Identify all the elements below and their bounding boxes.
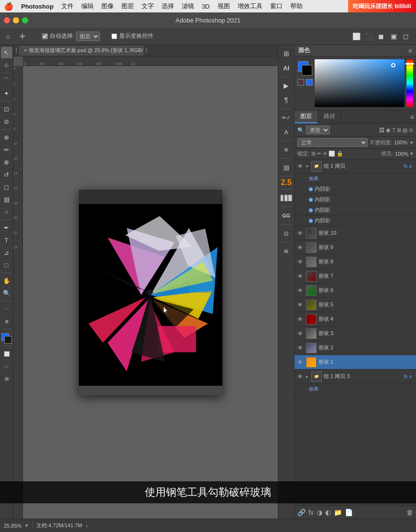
spectrum-slider[interactable] [405, 63, 414, 65]
tool-heal[interactable]: ⊕ [1, 131, 12, 143]
color-picker-gradient[interactable] [315, 59, 405, 107]
layer-shape6[interactable]: 👁 形状 6 [295, 283, 416, 298]
home-button[interactable]: ⌂ [3, 31, 13, 42]
menu-plugins[interactable]: 增效工具 [238, 2, 263, 11]
menu-view[interactable]: 视图 [218, 2, 230, 11]
layer-shape2[interactable]: 👁 形状 2 [295, 341, 416, 355]
tool-shape[interactable]: □ [1, 259, 12, 271]
close-button[interactable] [4, 17, 10, 23]
inner-shadow-3[interactable]: 内阴影 [295, 205, 416, 216]
transform-checkbox[interactable] [111, 33, 117, 39]
layer-eye-shape3[interactable]: 👁 [297, 330, 304, 337]
tool-arrow[interactable]: ↖ [1, 47, 12, 58]
zoom-dropdown[interactable]: ▾ [25, 522, 28, 529]
align-tool-5[interactable]: ◻ [401, 31, 411, 42]
auto-select-dropdown[interactable]: 图层 [76, 32, 100, 41]
tool-path-select[interactable]: ⊿ [1, 247, 12, 258]
layer-link-button[interactable]: 🔗 [297, 509, 306, 516]
layer-fx-group1[interactable]: fx ∧ [404, 163, 412, 169]
tool-lasso[interactable]: ⌒ [1, 75, 12, 87]
layer-shape9[interactable]: 👁 形状 9 [295, 240, 416, 255]
group3-expand-arrow[interactable]: ▸ [306, 374, 308, 379]
menu-layer[interactable]: 图层 [121, 2, 134, 11]
ft-paragraph-icon[interactable]: ¶ [280, 93, 293, 107]
background-color[interactable] [4, 336, 12, 344]
ft-settings-icon[interactable]: ≋ [280, 244, 293, 258]
ft-grid-icon[interactable]: ⊞ [280, 47, 293, 60]
tool-history[interactable]: ↺ [1, 169, 12, 180]
layer-eye-shape7[interactable]: 👁 [297, 273, 304, 280]
doc-info-arrow[interactable]: › [86, 523, 88, 529]
filter-icon-1[interactable]: 🖼 [379, 127, 384, 133]
filter-icon-2[interactable]: ◉ [386, 127, 391, 133]
color-panel-header[interactable]: 颜色 ≡ [295, 45, 416, 56]
layer-shape1[interactable]: 👁 形状 1 [295, 355, 416, 369]
color-preview[interactable] [1, 333, 12, 344]
tool-zoom[interactable]: 🔍 [1, 287, 12, 299]
tool-dots[interactable]: ⋯ [1, 303, 12, 315]
layer-shape5[interactable]: 👁 形状 5 [295, 298, 416, 312]
menu-file[interactable]: 文件 [61, 2, 74, 11]
align-tool-4[interactable]: ▣ [388, 31, 399, 42]
filter-icon-3[interactable]: T [392, 127, 395, 133]
lock-paint-icon[interactable]: ✏ [317, 151, 321, 157]
layer-eye-shape6[interactable]: 👁 [297, 287, 304, 294]
align-tool-2[interactable]: ⬛ [363, 31, 374, 42]
opacity-dropdown[interactable]: ▾ [410, 140, 413, 146]
inner-shadow-4[interactable]: 内阴影 [295, 216, 416, 226]
menu-photoshop[interactable]: Photoshop [21, 3, 54, 10]
layer-eye-shape2[interactable]: 👁 [297, 345, 304, 351]
ft-star-icon[interactable]: ✳ [280, 143, 293, 156]
blend-mode-select[interactable]: 正常 [297, 138, 368, 147]
color-boxes[interactable] [298, 61, 312, 76]
lock-pixel-icon[interactable]: ⊞ [311, 151, 316, 157]
menu-3d[interactable]: 3D [202, 3, 210, 10]
background-swatch[interactable] [302, 65, 312, 76]
layer-shape4[interactable]: 👁 形状 4 [295, 312, 416, 326]
color-spectrum[interactable] [406, 59, 413, 107]
layer-adjustment-button[interactable]: ◐ [325, 509, 331, 516]
align-tool-3[interactable]: ◼ [376, 31, 386, 42]
blue-swatch[interactable] [306, 79, 313, 86]
tool-mask[interactable]: ⬜ [1, 348, 12, 359]
transparent-swatch[interactable] [297, 79, 304, 86]
tool-gradient[interactable]: ▤ [1, 194, 12, 205]
group-expand-arrow[interactable]: ▾ [306, 164, 308, 169]
tool-select[interactable]: ⊹ [1, 59, 12, 71]
auto-select-checkbox[interactable] [42, 33, 48, 39]
align-tool-1[interactable]: ⬜ [351, 31, 361, 42]
ft-gg-button[interactable]: GG [280, 209, 293, 222]
maximize-button[interactable] [22, 17, 28, 23]
inner-shadow-1[interactable]: 内阴影 [295, 184, 416, 195]
ft-circle-icon[interactable]: ⊙ [280, 227, 293, 240]
ft-histogram-icon[interactable]: ▋▊▉ [280, 191, 293, 205]
ft-play-icon[interactable]: ▶ [280, 79, 293, 92]
lock-all-icon[interactable]: 🔒 [337, 151, 343, 157]
minimize-button[interactable] [13, 17, 19, 23]
tool-eyedropper[interactable]: ⊘ [1, 116, 12, 127]
layer-shape10[interactable]: 👁 形状 10 [295, 226, 416, 240]
menu-type[interactable]: 文字 [142, 2, 154, 11]
layer-shape8[interactable]: 👁 形状 8 [295, 255, 416, 269]
tool-extra[interactable]: ⊕ [1, 315, 12, 327]
layer-eye-shape9[interactable]: 👁 [297, 244, 304, 251]
menu-window[interactable]: 窗口 [270, 2, 283, 11]
document-tab[interactable]: ✕ 视觉海报玻璃艺术展.psd @ 25.9% (形状 1, RGB/8) * [19, 46, 143, 55]
tool-eraser[interactable]: ◻ [1, 181, 12, 193]
move-tool-button[interactable]: ✛ [17, 31, 28, 42]
layer-delete-button[interactable]: 🗑 [406, 509, 413, 516]
layer-eye-shape1[interactable]: 👁 [297, 359, 304, 366]
tool-text[interactable]: T [1, 234, 12, 246]
inner-shadow-2[interactable]: 内阴影 [295, 195, 416, 205]
panel-menu-icon[interactable]: ≡ [410, 113, 414, 121]
filter-icon-5[interactable]: ▤ [403, 127, 407, 133]
fill-dropdown[interactable]: ▾ [410, 151, 413, 157]
tool-screen[interactable]: □ [1, 360, 12, 372]
filter-type-select[interactable]: 类型 [306, 126, 330, 134]
tool-hand[interactable]: ✋ [1, 275, 12, 286]
menu-edit[interactable]: 编辑 [81, 2, 94, 11]
tab-arrow-left[interactable]: ⟨ [15, 47, 17, 54]
layer-group3[interactable]: 👁 ▸ 📁 组 1 搏贝 3 fx ∧ [295, 369, 416, 384]
apple-menu[interactable]: 🍎 [4, 2, 13, 11]
ft-layers-icon[interactable]: ▤ [280, 161, 293, 174]
